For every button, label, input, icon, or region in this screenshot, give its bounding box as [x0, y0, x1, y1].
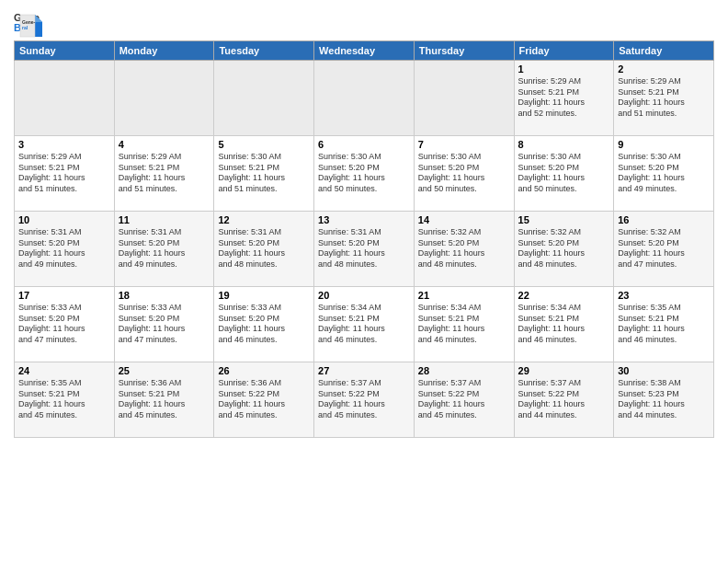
calendar-cell: 2Sunrise: 5:29 AM Sunset: 5:21 PM Daylig…	[614, 61, 714, 136]
calendar-cell: 14Sunrise: 5:32 AM Sunset: 5:20 PM Dayli…	[414, 212, 514, 287]
day-info: Sunrise: 5:29 AM Sunset: 5:21 PM Dayligh…	[618, 76, 710, 120]
day-info: Sunrise: 5:33 AM Sunset: 5:20 PM Dayligh…	[218, 303, 310, 346]
weekday-header-monday: Monday	[114, 41, 214, 61]
day-number: 5	[218, 139, 310, 150]
calendar-cell: 7Sunrise: 5:30 AM Sunset: 5:20 PM Daylig…	[414, 136, 514, 212]
calendar-cell: 15Sunrise: 5:32 AM Sunset: 5:20 PM Dayli…	[514, 212, 614, 287]
calendar-cell	[114, 61, 214, 136]
weekday-header-row: SundayMondayTuesdayWednesdayThursdayFrid…	[15, 41, 714, 61]
day-number: 23	[618, 290, 710, 301]
day-info: Sunrise: 5:31 AM Sunset: 5:20 PM Dayligh…	[218, 227, 310, 270]
day-number: 17	[18, 290, 110, 301]
day-number: 9	[618, 139, 710, 150]
day-info: Sunrise: 5:38 AM Sunset: 5:23 PM Dayligh…	[618, 378, 710, 421]
header: General Blue	[14, 9, 714, 35]
day-info: Sunrise: 5:32 AM Sunset: 5:20 PM Dayligh…	[418, 227, 510, 270]
calendar-cell: 27Sunrise: 5:37 AM Sunset: 5:22 PM Dayli…	[314, 362, 415, 438]
calendar-cell: 24Sunrise: 5:35 AM Sunset: 5:21 PM Dayli…	[15, 362, 115, 438]
day-number: 21	[418, 290, 510, 301]
weekday-header-sunday: Sunday	[15, 41, 115, 61]
calendar-week-4: 17Sunrise: 5:33 AM Sunset: 5:20 PM Dayli…	[15, 287, 714, 362]
day-number: 7	[418, 139, 510, 150]
calendar-cell: 29Sunrise: 5:37 AM Sunset: 5:22 PM Dayli…	[514, 362, 614, 438]
weekday-header-wednesday: Wednesday	[314, 41, 415, 61]
day-number: 6	[318, 139, 410, 150]
weekday-header-thursday: Thursday	[414, 41, 514, 61]
day-number: 29	[518, 365, 610, 376]
day-info: Sunrise: 5:35 AM Sunset: 5:21 PM Dayligh…	[18, 378, 110, 421]
calendar-cell: 30Sunrise: 5:38 AM Sunset: 5:23 PM Dayli…	[614, 362, 714, 438]
logo-container: Gene- ral	[17, 11, 48, 40]
day-number: 27	[318, 365, 410, 376]
day-number: 16	[618, 214, 710, 225]
calendar-cell: 19Sunrise: 5:33 AM Sunset: 5:20 PM Dayli…	[214, 287, 314, 362]
calendar-cell: 17Sunrise: 5:33 AM Sunset: 5:20 PM Dayli…	[15, 287, 115, 362]
weekday-header-friday: Friday	[514, 41, 614, 61]
day-number: 1	[518, 63, 610, 75]
svg-text:ral: ral	[22, 25, 28, 30]
day-info: Sunrise: 5:31 AM Sunset: 5:20 PM Dayligh…	[119, 227, 210, 270]
day-info: Sunrise: 5:37 AM Sunset: 5:22 PM Dayligh…	[518, 378, 610, 421]
weekday-header-saturday: Saturday	[614, 41, 714, 61]
calendar-cell: 8Sunrise: 5:30 AM Sunset: 5:20 PM Daylig…	[514, 136, 614, 212]
day-number: 24	[18, 365, 110, 376]
calendar-week-3: 10Sunrise: 5:31 AM Sunset: 5:20 PM Dayli…	[15, 212, 714, 287]
page: General Blue Gene- ral SundayMondayTuesd…	[0, 0, 728, 447]
day-info: Sunrise: 5:35 AM Sunset: 5:21 PM Dayligh…	[618, 303, 710, 346]
day-number: 4	[119, 139, 210, 150]
weekday-header-tuesday: Tuesday	[214, 41, 314, 61]
svg-marker-3	[35, 15, 42, 22]
day-number: 15	[518, 214, 610, 225]
day-number: 3	[18, 139, 110, 150]
calendar-cell: 9Sunrise: 5:30 AM Sunset: 5:20 PM Daylig…	[614, 136, 714, 212]
day-number: 30	[618, 365, 710, 376]
calendar-week-2: 3Sunrise: 5:29 AM Sunset: 5:21 PM Daylig…	[15, 136, 714, 212]
day-number: 28	[418, 365, 510, 376]
calendar-cell: 25Sunrise: 5:36 AM Sunset: 5:21 PM Dayli…	[114, 362, 214, 438]
day-number: 25	[119, 365, 210, 376]
day-info: Sunrise: 5:37 AM Sunset: 5:22 PM Dayligh…	[418, 378, 510, 421]
calendar-cell	[314, 61, 415, 136]
day-info: Sunrise: 5:31 AM Sunset: 5:20 PM Dayligh…	[318, 227, 410, 270]
calendar-cell	[414, 61, 514, 136]
day-info: Sunrise: 5:34 AM Sunset: 5:21 PM Dayligh…	[518, 303, 610, 346]
day-number: 10	[18, 214, 110, 225]
day-info: Sunrise: 5:34 AM Sunset: 5:21 PM Dayligh…	[418, 303, 510, 346]
calendar-week-1: 1Sunrise: 5:29 AM Sunset: 5:21 PM Daylig…	[15, 61, 714, 136]
calendar-week-5: 24Sunrise: 5:35 AM Sunset: 5:21 PM Dayli…	[15, 362, 714, 438]
day-info: Sunrise: 5:33 AM Sunset: 5:20 PM Dayligh…	[18, 303, 110, 346]
calendar-cell: 3Sunrise: 5:29 AM Sunset: 5:21 PM Daylig…	[15, 136, 115, 212]
calendar-cell: 20Sunrise: 5:34 AM Sunset: 5:21 PM Dayli…	[314, 287, 415, 362]
day-info: Sunrise: 5:30 AM Sunset: 5:20 PM Dayligh…	[518, 152, 610, 195]
calendar-cell: 1Sunrise: 5:29 AM Sunset: 5:21 PM Daylig…	[514, 61, 614, 136]
day-number: 22	[518, 290, 610, 301]
calendar-table: SundayMondayTuesdayWednesdayThursdayFrid…	[14, 40, 714, 438]
calendar-cell	[15, 61, 115, 136]
calendar-cell: 22Sunrise: 5:34 AM Sunset: 5:21 PM Dayli…	[514, 287, 614, 362]
day-info: Sunrise: 5:29 AM Sunset: 5:21 PM Dayligh…	[518, 76, 610, 120]
day-number: 8	[518, 139, 610, 150]
day-info: Sunrise: 5:30 AM Sunset: 5:20 PM Dayligh…	[418, 152, 510, 195]
calendar-cell: 21Sunrise: 5:34 AM Sunset: 5:21 PM Dayli…	[414, 287, 514, 362]
calendar-cell	[214, 61, 314, 136]
day-info: Sunrise: 5:30 AM Sunset: 5:20 PM Dayligh…	[318, 152, 410, 195]
calendar-cell: 26Sunrise: 5:36 AM Sunset: 5:22 PM Dayli…	[214, 362, 314, 438]
day-info: Sunrise: 5:34 AM Sunset: 5:21 PM Dayligh…	[318, 303, 410, 346]
calendar-cell: 16Sunrise: 5:32 AM Sunset: 5:20 PM Dayli…	[614, 212, 714, 287]
day-info: Sunrise: 5:37 AM Sunset: 5:22 PM Dayligh…	[318, 378, 410, 421]
day-number: 11	[119, 214, 210, 225]
day-number: 2	[618, 63, 710, 75]
calendar-cell: 18Sunrise: 5:33 AM Sunset: 5:20 PM Dayli…	[114, 287, 214, 362]
day-number: 13	[318, 214, 410, 225]
day-number: 14	[418, 214, 510, 225]
calendar-cell: 5Sunrise: 5:30 AM Sunset: 5:21 PM Daylig…	[214, 136, 314, 212]
day-number: 19	[218, 290, 310, 301]
day-number: 20	[318, 290, 410, 301]
day-info: Sunrise: 5:29 AM Sunset: 5:21 PM Dayligh…	[18, 152, 110, 195]
day-info: Sunrise: 5:32 AM Sunset: 5:20 PM Dayligh…	[518, 227, 610, 270]
calendar-cell: 13Sunrise: 5:31 AM Sunset: 5:20 PM Dayli…	[314, 212, 415, 287]
day-info: Sunrise: 5:32 AM Sunset: 5:20 PM Dayligh…	[618, 227, 710, 270]
day-number: 12	[218, 214, 310, 225]
logo-svg: Gene- ral	[17, 11, 46, 40]
day-number: 18	[119, 290, 210, 301]
